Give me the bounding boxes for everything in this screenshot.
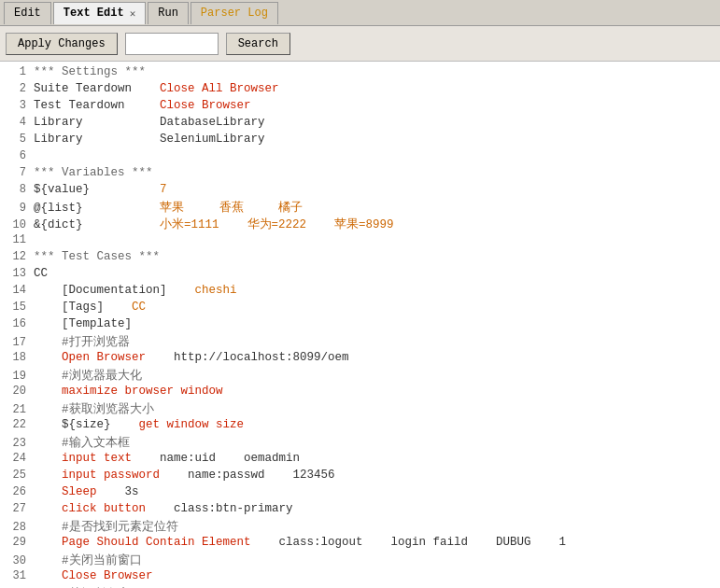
tab-edit[interactable]: Edit bbox=[4, 2, 51, 24]
line-23: 23 #输入文本框 bbox=[0, 435, 720, 452]
line-12: 12 *** Test Cases *** bbox=[0, 250, 720, 267]
line-19: 19 #浏览器最大化 bbox=[0, 368, 720, 385]
tab-parser-log[interactable]: Parser Log bbox=[191, 2, 278, 24]
line-24: 24 input text name:uid oemadmin bbox=[0, 452, 720, 469]
line-21: 21 #获取浏览器大小 bbox=[0, 401, 720, 418]
line-8: 8 ${value} 7 bbox=[0, 183, 720, 200]
line-11: 11 bbox=[0, 233, 720, 250]
tab-parser-log-label: Parser Log bbox=[201, 7, 268, 20]
line-18: 18 Open Browser http://localhost:8099/oe… bbox=[0, 351, 720, 368]
editor[interactable]: 1 *** Settings *** 2 Suite Teardown Clos… bbox=[0, 62, 720, 588]
line-3: 3 Test Teardown Close Browser bbox=[0, 99, 720, 116]
line-25: 25 input password name:passwd 123456 bbox=[0, 469, 720, 485]
line-4: 4 Library DatabaseLibrary bbox=[0, 116, 720, 133]
line-20: 20 maximize browser window bbox=[0, 385, 720, 401]
tab-text-edit-label: Text Edit bbox=[64, 7, 124, 20]
line-9: 9 @{list} 苹果 香蕉 橘子 bbox=[0, 200, 720, 217]
line-22: 22 ${size} get window size bbox=[0, 418, 720, 435]
line-30: 30 #关闭当前窗口 bbox=[0, 553, 720, 569]
toolbar: Apply Changes Search bbox=[0, 26, 720, 62]
line-17: 17 #打开浏览器 bbox=[0, 334, 720, 351]
search-button[interactable]: Search bbox=[226, 33, 290, 55]
line-28: 28 #是否找到元素定位符 bbox=[0, 519, 720, 536]
tab-run[interactable]: Run bbox=[148, 2, 189, 24]
tab-text-edit-close[interactable]: ✕ bbox=[130, 7, 136, 20]
line-31: 31 Close Browser bbox=[0, 569, 720, 586]
line-2: 2 Suite Teardown Close All Browser bbox=[0, 82, 720, 99]
line-6: 6 bbox=[0, 149, 720, 166]
line-26: 26 Sleep 3s bbox=[0, 485, 720, 502]
line-14: 14 [Documentation] cheshi bbox=[0, 284, 720, 301]
line-29: 29 Page Should Contain Element class:log… bbox=[0, 536, 720, 553]
line-27: 27 click button class:btn-primary bbox=[0, 502, 720, 519]
line-16: 16 [Template] bbox=[0, 317, 720, 334]
line-10: 10 &{dict} 小米=1111 华为=2222 苹果=8999 bbox=[0, 217, 720, 233]
apply-changes-button[interactable]: Apply Changes bbox=[6, 33, 118, 55]
line-1: 1 *** Settings *** bbox=[0, 65, 720, 82]
tab-bar: Edit Text Edit ✕ Run Parser Log bbox=[0, 0, 720, 26]
tab-edit-label: Edit bbox=[14, 7, 41, 20]
tab-run-label: Run bbox=[158, 7, 178, 20]
line-5: 5 Library SeleniumLibrary bbox=[0, 133, 720, 149]
search-input[interactable] bbox=[125, 33, 219, 55]
line-15: 15 [Tags] CC bbox=[0, 301, 720, 317]
line-7: 7 *** Variables *** bbox=[0, 166, 720, 183]
tab-text-edit[interactable]: Text Edit ✕ bbox=[53, 2, 146, 24]
line-13: 13 CC bbox=[0, 267, 720, 284]
